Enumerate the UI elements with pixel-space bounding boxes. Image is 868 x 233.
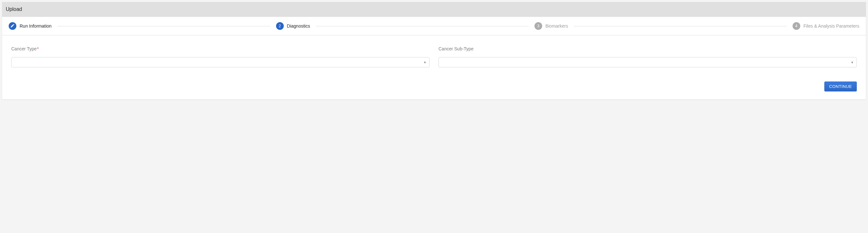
page-header: Upload xyxy=(2,2,866,17)
continue-button[interactable]: CONTINUE xyxy=(824,81,857,92)
step-label: Diagnostics xyxy=(287,24,310,29)
stepper: Run Information 2 Diagnostics 3 Biomarke… xyxy=(2,17,866,35)
step-badge-upcoming: 3 xyxy=(534,22,542,30)
step-label: Run Information xyxy=(20,24,52,29)
step-files-analysis[interactable]: 4 Files & Analysis Parameters xyxy=(793,22,859,30)
form-body: Cancer Type* ▾ Cancer Sub-Type ▾ xyxy=(2,35,866,99)
step-label: Files & Analysis Parameters xyxy=(804,24,859,29)
required-asterisk: * xyxy=(37,46,38,52)
step-number: 4 xyxy=(795,24,797,28)
step-connector xyxy=(574,26,787,26)
step-badge-upcoming: 4 xyxy=(793,22,800,30)
step-number: 3 xyxy=(537,24,539,28)
wizard-card: Run Information 2 Diagnostics 3 Biomarke… xyxy=(2,17,866,99)
step-badge-current: 2 xyxy=(276,22,284,30)
chevron-down-icon: ▾ xyxy=(851,60,853,65)
field-label: Cancer Sub-Type xyxy=(438,46,857,52)
pencil-icon xyxy=(10,24,15,29)
field-cancer-type: Cancer Type* ▾ xyxy=(11,46,430,67)
step-diagnostics[interactable]: 2 Diagnostics xyxy=(276,22,310,30)
label-text: Cancer Sub-Type xyxy=(438,46,473,52)
step-biomarkers[interactable]: 3 Biomarkers xyxy=(534,22,568,30)
field-label: Cancer Type* xyxy=(11,46,430,52)
label-text: Cancer Type xyxy=(11,46,37,52)
page-root: Upload Run Information 2 Diagno xyxy=(0,0,868,101)
step-connector xyxy=(316,26,529,26)
form-actions: CONTINUE xyxy=(11,81,857,92)
page-title: Upload xyxy=(6,6,22,12)
step-label: Biomarkers xyxy=(546,24,568,29)
step-badge-done xyxy=(9,22,17,30)
step-connector xyxy=(58,26,270,26)
form-row: Cancer Type* ▾ Cancer Sub-Type ▾ xyxy=(11,46,857,67)
field-cancer-subtype: Cancer Sub-Type ▾ xyxy=(438,46,857,67)
step-number: 2 xyxy=(279,24,281,28)
cancer-type-select[interactable]: ▾ xyxy=(11,57,430,67)
chevron-down-icon: ▾ xyxy=(424,60,426,65)
step-run-information[interactable]: Run Information xyxy=(9,22,52,30)
cancer-subtype-select[interactable]: ▾ xyxy=(438,57,857,67)
